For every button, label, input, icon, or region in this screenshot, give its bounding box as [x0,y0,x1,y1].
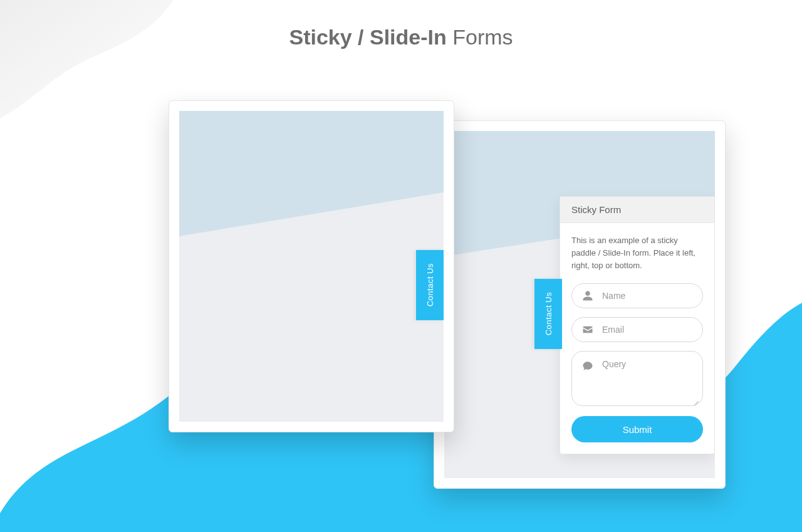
resize-grip[interactable] [692,395,699,402]
sticky-form-description: This is an example of a sticky paddle / … [571,234,703,272]
user-icon [582,290,593,301]
comment-icon [582,360,593,372]
sticky-form-heading: Sticky Form [560,197,714,223]
contact-paddle[interactable]: Contact Us [416,250,444,320]
name-input[interactable] [602,291,712,301]
name-field[interactable] [571,283,703,308]
page-title-light: Forms [452,25,513,49]
page-title-bold: Sticky / Slide-In [289,25,446,49]
query-field[interactable] [571,351,703,406]
contact-paddle-expanded[interactable]: Contact Us [534,279,562,349]
email-input[interactable] [602,325,712,335]
envelope-icon [582,324,593,335]
preview-panel-collapsed: Contact Us [169,100,454,432]
query-input[interactable] [602,359,692,398]
decorative-blob-top-left [0,0,188,150]
preview-page-collapsed: Contact Us [179,111,444,422]
contact-paddle-label: Contact Us [425,263,435,306]
page-title: Sticky / Slide-In Forms [0,25,802,50]
submit-button[interactable]: Submit [571,416,703,442]
preview-panel-expanded: Contact Us Sticky Form This is an exampl… [434,120,726,489]
preview-page-expanded: Contact Us Sticky Form This is an exampl… [444,131,715,478]
email-field[interactable] [571,317,703,342]
hero-shape [179,111,444,236]
sticky-form-card: Sticky Form This is an example of a stic… [560,196,715,454]
svg-marker-0 [179,111,444,236]
contact-paddle-label: Contact Us [544,292,553,335]
